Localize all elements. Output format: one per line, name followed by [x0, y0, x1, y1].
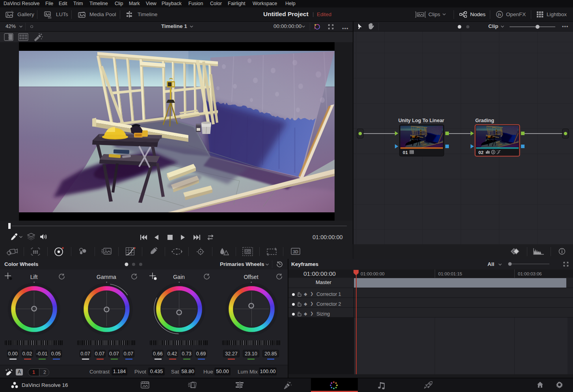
svg-text:3D: 3D [293, 249, 298, 254]
svg-text:Unity Log To Linear: Unity Log To Linear [398, 118, 445, 123]
svg-text:02: 02 [478, 150, 484, 155]
svg-text:Grading: Grading [475, 118, 494, 123]
svg-text:fx: fx [498, 13, 501, 17]
svg-text:01: 01 [403, 150, 408, 155]
